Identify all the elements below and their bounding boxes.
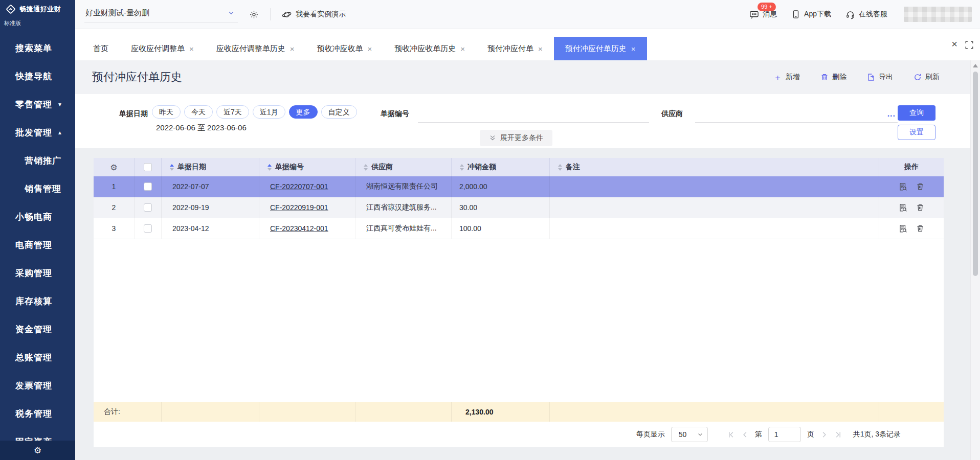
sidebar-item-xiaochang-ecommerce[interactable]: 小畅电商 [0, 203, 75, 231]
tab-label: 首页 [93, 44, 108, 54]
page-number-input[interactable]: 1 [768, 427, 801, 442]
filter-today[interactable]: 今天 [184, 105, 213, 119]
account-select[interactable]: 好业财测试-量勿删 [84, 6, 238, 23]
delete-button[interactable]: 删除 [820, 73, 847, 82]
tab-ar-ap-adjustment[interactable]: 应收应付调整单× [120, 37, 205, 60]
add-button[interactable]: ＋ 新增 [773, 73, 800, 82]
cell-amount: 30.00 [452, 197, 550, 218]
online-support-button[interactable]: 在线客服 [845, 10, 887, 19]
sidebar-item-inventory[interactable]: 库存核算 [0, 287, 75, 315]
sidebar-item-purchasing[interactable]: 采购管理 [0, 259, 75, 287]
close-icon[interactable]: × [460, 44, 465, 53]
column-label: 冲销金额 [467, 163, 496, 172]
app-download-button[interactable]: App下载 [791, 10, 831, 19]
triangle-up-icon: ▲ [57, 130, 63, 135]
query-button[interactable]: 查询 [898, 105, 936, 121]
planet-icon [282, 10, 292, 19]
messages-button[interactable]: 消息 99 + [749, 10, 777, 19]
document-link[interactable]: CF-20220919-001 [270, 203, 328, 212]
next-page-icon[interactable] [820, 431, 828, 439]
column-header-note[interactable]: 备注 [550, 158, 879, 176]
settings-gear-icon[interactable] [249, 10, 259, 19]
total-amount: 2,130.00 [452, 402, 550, 422]
supplier-label: 供应商 [661, 109, 683, 119]
sidebar-item-label: 营销推广 [25, 155, 61, 167]
scroll-up-arrow-icon[interactable] [973, 64, 978, 67]
main-content: 预付冲应付单历史 ＋ 新增 删除 [75, 60, 970, 460]
demo-link[interactable]: 我要看实例演示 [282, 10, 346, 19]
table-row[interactable]: 1 2022-07-07 CF-20220707-001 湖南恒远有限责任公司 … [94, 176, 944, 197]
column-header-supplier[interactable]: 供应商 [355, 158, 452, 176]
sidebar-item-retail[interactable]: 零售管理▼ [0, 90, 75, 119]
delete-row-icon[interactable] [916, 224, 924, 233]
column-settings-gear[interactable]: ⚙ [94, 158, 135, 176]
document-link[interactable]: CF-20220707-001 [270, 182, 328, 191]
select-all-checkbox[interactable] [144, 163, 152, 171]
first-page-icon[interactable] [727, 431, 735, 439]
close-icon[interactable]: × [631, 44, 636, 53]
sidebar-item-search-menu[interactable]: 搜索菜单 [0, 34, 75, 62]
supplier-picker-ellipsis[interactable]: ... [887, 109, 896, 119]
row-checkbox[interactable] [144, 224, 152, 233]
filter-last7days[interactable]: 近7天 [216, 105, 249, 119]
document-link[interactable]: CF-20230412-001 [270, 224, 328, 233]
sidebar-item-marketing[interactable]: 营销推广 [0, 147, 75, 175]
sidebar-item-wholesale[interactable]: 批发管理▲ [0, 119, 75, 147]
view-detail-icon[interactable] [899, 224, 907, 233]
tab-prereceipt-offset-history[interactable]: 预收冲应收单历史× [383, 37, 476, 60]
delete-row-icon[interactable] [916, 182, 924, 191]
last-page-icon[interactable] [834, 431, 842, 439]
column-header-operations: 操作 [879, 158, 944, 176]
filter-yesterday[interactable]: 昨天 [152, 105, 181, 119]
column-header-amount[interactable]: 冲销金额 [452, 158, 550, 176]
sidebar-item-label: 快捷导航 [15, 71, 52, 82]
select-all-cell [135, 158, 162, 176]
table-row[interactable]: 2 2022-09-19 CF-20220919-001 江西省琼汉建筑服务..… [94, 197, 944, 218]
filter-custom[interactable]: 自定义 [321, 105, 357, 119]
sidebar-settings-button[interactable]: ⚙ [0, 441, 75, 460]
total-empty-cell [355, 402, 452, 422]
per-page-select[interactable]: 50 [671, 427, 708, 442]
tab-prepayment-offset[interactable]: 预付冲应付单× [476, 37, 554, 60]
filter-more[interactable]: 更多 [289, 105, 318, 119]
expand-more-conditions[interactable]: 展开更多条件 [480, 130, 552, 146]
table-row[interactable]: 3 2023-04-12 CF-20230412-001 江西真可爱布娃娃有..… [94, 218, 944, 239]
tab-prereceipt-offset[interactable]: 预收冲应收单× [306, 37, 384, 60]
sidebar-item-general-ledger[interactable]: 总账管理 [0, 343, 75, 372]
close-icon[interactable]: × [189, 44, 194, 53]
tab-prepayment-offset-history[interactable]: 预付冲应付单历史× [554, 37, 647, 60]
filter-last-month[interactable]: 近1月 [253, 105, 285, 119]
tab-home[interactable]: 首页 [82, 37, 120, 60]
date-range-value[interactable]: 2022-06-06 至 2023-06-06 [156, 123, 247, 133]
user-name-redacted[interactable] [904, 7, 972, 22]
settings-button[interactable]: 设置 [898, 125, 936, 140]
column-label: 单据日期 [177, 163, 206, 172]
close-icon[interactable]: × [290, 44, 295, 53]
refresh-button[interactable]: 刷新 [914, 73, 940, 82]
view-detail-icon[interactable] [899, 182, 907, 191]
supplier-input[interactable]: ... [695, 109, 898, 123]
sidebar-item-funds[interactable]: 资金管理 [0, 315, 75, 343]
export-button[interactable]: 导出 [867, 73, 893, 82]
sidebar-item-tax[interactable]: 税务管理 [0, 400, 75, 428]
doc-no-input[interactable] [418, 109, 649, 123]
view-detail-icon[interactable] [899, 203, 907, 212]
close-icon[interactable]: × [538, 44, 543, 53]
expand-icon[interactable] [965, 40, 974, 50]
sidebar-item-sales[interactable]: 销售管理 [0, 175, 75, 203]
row-checkbox[interactable] [144, 182, 152, 191]
sidebar-item-invoice[interactable]: 发票管理 [0, 372, 75, 400]
vertical-scrollbar[interactable] [970, 60, 980, 460]
prev-page-icon[interactable] [741, 431, 749, 439]
row-checkbox[interactable] [144, 203, 152, 212]
scrollbar-thumb[interactable] [973, 72, 978, 276]
sidebar-item-ecommerce[interactable]: 电商管理 [0, 231, 75, 259]
delete-row-icon[interactable] [916, 203, 924, 212]
column-header-code[interactable]: 单据编号 [259, 158, 355, 176]
page-suffix-label: 页 [807, 430, 814, 439]
tab-ar-ap-adjustment-history[interactable]: 应收应付调整单历史× [205, 37, 306, 60]
close-icon[interactable]: × [368, 44, 372, 53]
edition-label: 标准版 [4, 19, 21, 27]
sidebar-item-quick-nav[interactable]: 快捷导航 [0, 62, 75, 90]
column-header-date[interactable]: 单据日期 [162, 158, 259, 176]
